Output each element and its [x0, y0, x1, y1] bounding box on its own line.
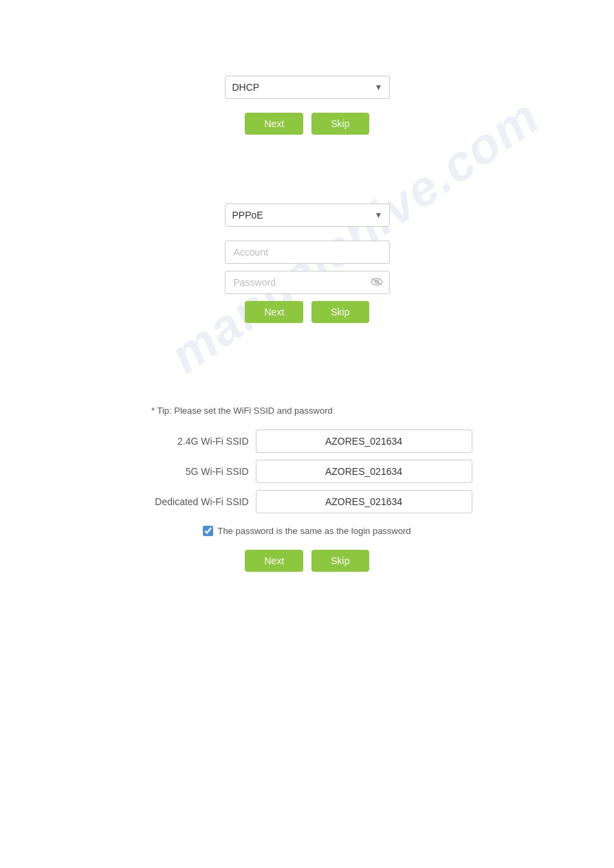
pppoe-select-wrapper: DHCP PPPoE Static IP ▼ [225, 203, 390, 227]
dhcp-next-button[interactable]: Next [245, 113, 303, 135]
password-eye-icon[interactable] [371, 277, 383, 288]
same-password-checkbox[interactable] [203, 526, 213, 536]
wifi-dedicated-input[interactable] [256, 490, 472, 513]
dhcp-select[interactable]: DHCP PPPoE Static IP [225, 76, 390, 99]
account-input[interactable] [225, 241, 390, 264]
section-pppoe: DHCP PPPoE Static IP ▼ Next Skip [0, 203, 614, 323]
password-input[interactable] [225, 271, 390, 294]
pppoe-btn-group: Next Skip [245, 301, 369, 323]
pppoe-next-button[interactable]: Next [245, 301, 303, 323]
wifi-24g-label: 2.4G Wi-Fi SSID [142, 436, 249, 447]
wifi-5g-input[interactable] [256, 460, 472, 483]
wifi-5g-label: 5G Wi-Fi SSID [142, 466, 249, 477]
section-dhcp: DHCP PPPoE Static IP ▼ Next Skip [0, 76, 614, 135]
account-input-wrapper [225, 241, 390, 264]
password-input-wrapper [225, 271, 390, 294]
pppoe-select[interactable]: DHCP PPPoE Static IP [225, 203, 390, 227]
wifi-skip-button[interactable]: Skip [311, 550, 369, 572]
wifi-24g-row: 2.4G Wi-Fi SSID [142, 430, 472, 453]
section-wifi: * Tip: Please set the WiFi SSID and pass… [0, 405, 614, 572]
wifi-dedicated-label: Dedicated Wi-Fi SSID [142, 496, 249, 507]
dhcp-select-wrapper: DHCP PPPoE Static IP ▼ [225, 76, 390, 99]
wifi-next-button[interactable]: Next [245, 550, 303, 572]
wifi-form: 2.4G Wi-Fi SSID 5G Wi-Fi SSID Dedicated … [0, 430, 614, 536]
wifi-5g-row: 5G Wi-Fi SSID [142, 460, 472, 483]
dhcp-skip-button[interactable]: Skip [311, 113, 369, 135]
same-password-row: The password is the same as the login pa… [203, 526, 410, 536]
dhcp-btn-group: Next Skip [245, 113, 369, 135]
wifi-dedicated-row: Dedicated Wi-Fi SSID [142, 490, 472, 513]
wifi-tip-text: * Tip: Please set the WiFi SSID and pass… [151, 405, 333, 416]
wifi-btn-group: Next Skip [245, 550, 369, 572]
same-password-label: The password is the same as the login pa… [217, 526, 410, 536]
wifi-24g-input[interactable] [256, 430, 472, 453]
pppoe-skip-button[interactable]: Skip [311, 301, 369, 323]
